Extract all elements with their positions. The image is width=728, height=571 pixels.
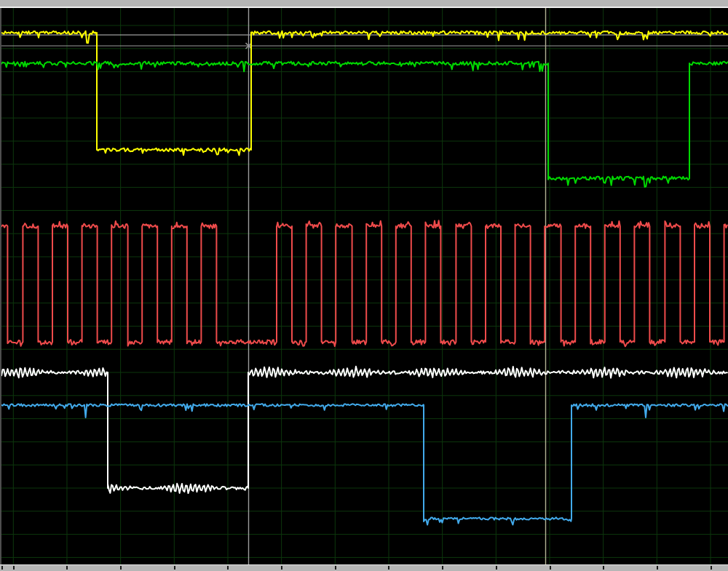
ruler-tick	[711, 566, 712, 570]
waveform-plot-area[interactable]	[0, 0, 728, 571]
trace-channel-2-green	[1, 62, 728, 188]
ruler-tick	[120, 566, 122, 570]
ruler-tick	[496, 566, 497, 570]
trace-channel-4-white	[1, 367, 727, 493]
left-border	[0, 8, 1, 564]
ruler-tick	[335, 566, 336, 570]
ruler-tick	[227, 566, 229, 570]
trace-channel-5-blue	[1, 404, 727, 524]
ruler-tick	[13, 566, 15, 570]
ruler-tick	[550, 566, 551, 570]
ruler-tick	[657, 566, 658, 570]
ruler-tick	[66, 566, 68, 570]
bottom-ruler[interactable]	[0, 564, 728, 571]
waveform-viewer-window	[0, 0, 728, 571]
ruler-tick	[603, 566, 604, 570]
ruler-tick	[174, 566, 175, 570]
ruler-tick	[388, 566, 389, 570]
ruler-tick	[281, 566, 282, 570]
top-scrollbar[interactable]	[0, 0, 728, 8]
trace-channel-1-yellow	[1, 31, 728, 156]
trace-channel-3-red-clock	[1, 220, 727, 346]
ruler-tick	[442, 566, 443, 570]
ruler-tick	[1, 566, 3, 570]
